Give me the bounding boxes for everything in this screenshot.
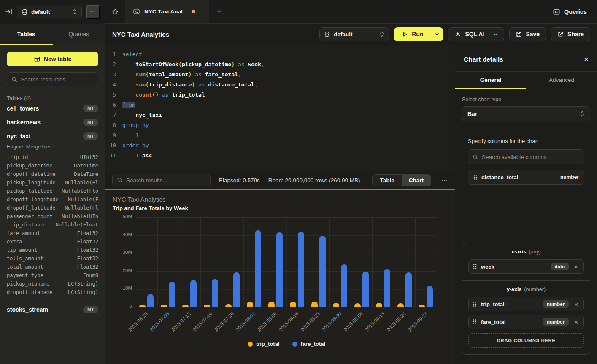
share-icon — [557, 31, 564, 38]
engine-badge: MT — [83, 105, 98, 112]
table-row[interactable]: cell_towersMT — [7, 101, 98, 115]
remove-column-icon[interactable]: × — [573, 301, 579, 308]
query-tab[interactable]: NYC Taxi Anal... — [125, 0, 209, 23]
drag-columns-dropzone[interactable]: DRAG COLUMNS HERE — [468, 333, 584, 348]
trip_total-bar — [268, 302, 275, 307]
table-name: nyc_taxi — [7, 133, 30, 140]
code-line[interactable]: 9 1 — [105, 130, 455, 140]
bar-chart[interactable]: 010M20M30M40M50M — [136, 217, 437, 307]
line-number: 1 — [105, 49, 122, 59]
indent-guide — [124, 151, 124, 161]
chart-type-select[interactable]: Bar — [462, 106, 590, 121]
code-line[interactable]: 11 1 asc — [105, 151, 455, 161]
columns-search[interactable] — [468, 149, 584, 164]
share-button[interactable]: Share — [551, 27, 590, 41]
sidebar-more-button[interactable]: ⋯ — [86, 5, 100, 19]
table-row[interactable]: nyc_taxiMT — [7, 129, 98, 143]
bar-group — [200, 217, 222, 307]
code-line[interactable]: 8group by — [105, 120, 455, 130]
drag-handle-icon[interactable] — [473, 319, 477, 325]
legend-item[interactable]: trip_total — [248, 341, 280, 347]
x-axis-hint: (any) — [529, 249, 540, 255]
indent-guide — [124, 59, 124, 70]
sql-ai-dropdown-icon[interactable] — [489, 28, 498, 41]
line-number: 9 — [105, 130, 122, 140]
drag-handle-icon[interactable] — [473, 264, 477, 270]
y-axis-tick: 20M — [113, 268, 132, 273]
save-button[interactable]: Save — [509, 27, 546, 41]
tab-queries[interactable]: Queries — [53, 24, 105, 45]
sidebar-search[interactable] — [7, 72, 98, 86]
tab-tables[interactable]: Tables — [0, 24, 53, 45]
run-database-selector[interactable]: default — [319, 27, 389, 41]
legend-item[interactable]: fare_total — [292, 341, 326, 347]
column-chip-trip_total[interactable]: trip_totalnumber× — [468, 297, 584, 311]
run-button-label: Run — [412, 31, 423, 38]
fare_total-bar — [169, 282, 175, 307]
toggle-chart[interactable]: Chart — [402, 175, 431, 186]
bar-group — [222, 217, 243, 307]
results-search-input[interactable] — [126, 177, 206, 183]
code-line[interactable]: 1select — [105, 49, 455, 59]
drag-handle-icon[interactable] — [473, 174, 477, 180]
sql-editor[interactable]: 1select2 toStartOfWeek(pickup_datetime) … — [105, 45, 455, 171]
indent-guide — [124, 90, 124, 100]
column-row: dropoff_datetimeDateTime — [7, 170, 98, 178]
save-label: Save — [526, 31, 540, 38]
chevron-updown-icon — [580, 111, 585, 117]
tab-strip: NYC Taxi Anal... + Queries — [105, 0, 597, 24]
sidebar-topbar: default ⋯ — [0, 0, 105, 24]
column-chip-fare_total[interactable]: fare_totalnumber× — [468, 315, 584, 329]
fare_total-bar — [212, 279, 218, 307]
indent-guide — [124, 80, 124, 90]
column-type-badge: number — [560, 174, 579, 180]
drag-handle-icon[interactable] — [473, 301, 477, 307]
code-line[interactable]: 6from — [105, 100, 455, 110]
run-dropdown-icon[interactable] — [431, 27, 443, 41]
close-icon[interactable]: × — [584, 55, 589, 63]
code-line[interactable]: 7 nyc_taxi — [105, 110, 455, 120]
queries-button[interactable]: Queries — [553, 8, 587, 16]
search-icon — [11, 76, 17, 82]
sidebar-tabs: Tables Queries — [0, 24, 105, 45]
y-axis-label: y-axis — [507, 286, 521, 292]
column-row: extraFloat32 — [7, 237, 98, 246]
sidebar-search-input[interactable] — [21, 76, 94, 83]
code-line[interactable]: 2 toStartOfWeek(pickup_datetime) as week… — [105, 59, 455, 70]
sparkle-icon — [454, 31, 461, 38]
columns-search-input[interactable] — [482, 154, 580, 160]
tab-advanced[interactable]: Advanced — [526, 72, 597, 89]
column-chip-distance_total[interactable]: distance_totalnumber — [468, 170, 584, 185]
results-search[interactable] — [112, 174, 211, 186]
main-area: NYC Taxi Anal... + Queries NYC Taxi Anal… — [105, 0, 597, 364]
results-more-button[interactable]: ⋯ — [441, 176, 448, 184]
x-axis-tick-label: 2015-06-28 — [127, 311, 149, 332]
toggle-table[interactable]: Table — [373, 175, 401, 186]
column-chip-week[interactable]: weekdate× — [468, 259, 584, 274]
code-line[interactable]: 4 sum(trip_distance) as distance_total, — [105, 80, 455, 90]
table-row[interactable]: hackernewsMT — [7, 115, 98, 129]
tab-general[interactable]: General — [455, 72, 526, 89]
code-line[interactable]: 5 count() as trip_total — [105, 90, 455, 100]
trip_total-bar — [354, 303, 361, 307]
code-line[interactable]: 3 sum(total_amount) as fare_total, — [105, 70, 455, 80]
column-row: dropoff_ntanameLC(String) — [7, 288, 98, 297]
read-stats-text: Read: 20,000,000 rows (260.00 MB) — [268, 177, 360, 183]
elapsed-text: Elapsed: 0.579s — [219, 177, 260, 183]
save-icon — [516, 31, 522, 38]
database-selector-value: default — [31, 9, 69, 15]
collapse-sidebar-icon[interactable] — [5, 8, 13, 16]
code-line[interactable]: 10order by — [105, 140, 455, 151]
remove-column-icon[interactable]: × — [573, 318, 579, 326]
new-table-button[interactable]: New table — [7, 52, 98, 66]
table-row[interactable]: stocks_streamMT — [7, 302, 98, 316]
new-tab-button[interactable]: + — [209, 0, 229, 23]
column-row: dropoff_longitudeNullable(F — [7, 195, 98, 204]
database-selector[interactable]: default — [17, 5, 82, 19]
home-icon[interactable] — [105, 0, 125, 23]
fare_total-bar — [319, 236, 326, 307]
remove-column-icon[interactable]: × — [573, 263, 579, 270]
sql-ai-button[interactable]: SQL AI — [448, 27, 504, 41]
run-button[interactable]: Run — [394, 27, 443, 41]
line-number: 3 — [105, 70, 122, 80]
